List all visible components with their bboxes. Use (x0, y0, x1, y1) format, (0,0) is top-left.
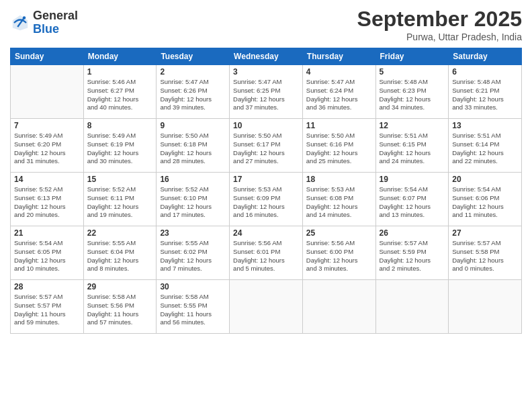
day-number-3-5: 26 (380, 228, 445, 238)
day-info-0-1: Sunrise: 5:46 AM Sunset: 6:27 PM Dayligh… (87, 78, 153, 112)
svg-point-1 (23, 16, 26, 19)
day-number-2-6: 20 (452, 175, 518, 184)
calendar-cell-2-4: 18Sunrise: 5:53 AM Sunset: 6:08 PM Dayli… (302, 173, 375, 226)
calendar-cell-3-4: 25Sunrise: 5:56 AM Sunset: 6:00 PM Dayli… (302, 226, 375, 280)
day-info-3-6: Sunrise: 5:57 AM Sunset: 5:58 PM Dayligh… (452, 239, 518, 273)
day-info-1-1: Sunrise: 5:49 AM Sunset: 6:19 PM Dayligh… (87, 132, 153, 166)
calendar-cell-4-5 (375, 280, 449, 334)
calendar-cell-3-1: 22Sunrise: 5:55 AM Sunset: 6:04 PM Dayli… (83, 226, 157, 280)
day-number-1-1: 8 (87, 121, 153, 130)
header-saturday: Saturday (449, 48, 522, 65)
month-title: September 2025 (357, 7, 522, 32)
day-number-0-1: 1 (87, 67, 153, 77)
week-row-1: 7Sunrise: 5:49 AM Sunset: 6:20 PM Daylig… (11, 119, 522, 173)
header: General Blue September 2025 Purwa, Uttar… (10, 7, 522, 42)
day-number-3-4: 25 (306, 228, 372, 238)
header-monday: Monday (83, 48, 157, 65)
calendar-cell-0-2: 2Sunrise: 5:47 AM Sunset: 6:26 PM Daylig… (157, 65, 230, 119)
day-number-2-2: 16 (160, 175, 226, 184)
calendar-cell-1-2: 9Sunrise: 5:50 AM Sunset: 6:18 PM Daylig… (157, 119, 230, 173)
day-info-1-5: Sunrise: 5:51 AM Sunset: 6:15 PM Dayligh… (380, 132, 445, 166)
day-info-2-6: Sunrise: 5:54 AM Sunset: 6:06 PM Dayligh… (452, 185, 518, 220)
calendar-cell-3-6: 27Sunrise: 5:57 AM Sunset: 5:58 PM Dayli… (449, 226, 522, 280)
day-info-0-6: Sunrise: 5:48 AM Sunset: 6:21 PM Dayligh… (452, 78, 518, 112)
header-wednesday: Wednesday (230, 48, 303, 65)
calendar-cell-3-5: 26Sunrise: 5:57 AM Sunset: 5:59 PM Dayli… (375, 226, 449, 280)
calendar-cell-2-6: 20Sunrise: 5:54 AM Sunset: 6:06 PM Dayli… (449, 173, 522, 226)
day-info-2-5: Sunrise: 5:54 AM Sunset: 6:07 PM Dayligh… (380, 185, 445, 220)
calendar-table: Sunday Monday Tuesday Wednesday Thursday… (10, 48, 522, 334)
day-info-3-5: Sunrise: 5:57 AM Sunset: 5:59 PM Dayligh… (380, 239, 445, 273)
week-row-2: 14Sunrise: 5:52 AM Sunset: 6:13 PM Dayli… (11, 173, 522, 226)
day-info-1-0: Sunrise: 5:49 AM Sunset: 6:20 PM Dayligh… (14, 132, 80, 166)
day-number-2-0: 14 (14, 175, 80, 184)
header-sunday: Sunday (11, 48, 84, 65)
page: General Blue September 2025 Purwa, Uttar… (0, 0, 532, 411)
day-number-2-1: 15 (87, 175, 153, 184)
calendar-cell-4-4 (302, 280, 375, 334)
day-info-2-2: Sunrise: 5:52 AM Sunset: 6:10 PM Dayligh… (160, 185, 226, 220)
day-info-4-2: Sunrise: 5:58 AM Sunset: 5:55 PM Dayligh… (160, 293, 226, 327)
day-number-2-4: 18 (306, 175, 372, 184)
calendar-cell-2-0: 14Sunrise: 5:52 AM Sunset: 6:13 PM Dayli… (11, 173, 84, 226)
day-number-1-5: 12 (380, 121, 445, 130)
day-info-2-4: Sunrise: 5:53 AM Sunset: 6:08 PM Dayligh… (306, 185, 372, 220)
day-number-4-1: 29 (87, 282, 153, 291)
day-number-4-0: 28 (14, 282, 80, 291)
header-thursday: Thursday (302, 48, 375, 65)
calendar-cell-4-6 (449, 280, 522, 334)
week-row-3: 21Sunrise: 5:54 AM Sunset: 6:05 PM Dayli… (11, 226, 522, 280)
day-number-0-5: 5 (380, 67, 445, 77)
day-info-3-1: Sunrise: 5:55 AM Sunset: 6:04 PM Dayligh… (87, 239, 153, 273)
calendar-cell-1-6: 13Sunrise: 5:51 AM Sunset: 6:14 PM Dayli… (449, 119, 522, 173)
calendar-cell-2-1: 15Sunrise: 5:52 AM Sunset: 6:11 PM Dayli… (83, 173, 157, 226)
day-info-3-4: Sunrise: 5:56 AM Sunset: 6:00 PM Dayligh… (306, 239, 372, 273)
day-number-0-6: 6 (452, 67, 518, 77)
calendar-cell-3-3: 24Sunrise: 5:56 AM Sunset: 6:01 PM Dayli… (230, 226, 303, 280)
day-info-0-4: Sunrise: 5:47 AM Sunset: 6:24 PM Dayligh… (306, 78, 372, 112)
header-friday: Friday (375, 48, 449, 65)
day-info-4-0: Sunrise: 5:57 AM Sunset: 5:57 PM Dayligh… (14, 293, 80, 327)
day-info-0-3: Sunrise: 5:47 AM Sunset: 6:25 PM Dayligh… (233, 78, 299, 112)
day-info-1-2: Sunrise: 5:50 AM Sunset: 6:18 PM Dayligh… (160, 132, 226, 166)
location-subtitle: Purwa, Uttar Pradesh, India (357, 32, 522, 42)
day-number-1-2: 9 (160, 121, 226, 130)
calendar-cell-1-4: 11Sunrise: 5:50 AM Sunset: 6:16 PM Dayli… (302, 119, 375, 173)
calendar-cell-2-2: 16Sunrise: 5:52 AM Sunset: 6:10 PM Dayli… (157, 173, 230, 226)
day-info-3-0: Sunrise: 5:54 AM Sunset: 6:05 PM Dayligh… (14, 239, 80, 273)
header-tuesday: Tuesday (157, 48, 230, 65)
calendar-cell-0-1: 1Sunrise: 5:46 AM Sunset: 6:27 PM Daylig… (83, 65, 157, 119)
logo: General Blue (10, 9, 78, 36)
calendar-cell-0-5: 5Sunrise: 5:48 AM Sunset: 6:23 PM Daylig… (375, 65, 449, 119)
calendar-cell-0-0 (11, 65, 84, 119)
day-info-2-3: Sunrise: 5:53 AM Sunset: 6:09 PM Dayligh… (233, 185, 299, 220)
calendar-cell-2-3: 17Sunrise: 5:53 AM Sunset: 6:09 PM Dayli… (230, 173, 303, 226)
logo-icon (10, 13, 30, 33)
day-number-3-1: 22 (87, 228, 153, 238)
calendar-cell-4-0: 28Sunrise: 5:57 AM Sunset: 5:57 PM Dayli… (11, 280, 84, 334)
calendar-cell-0-3: 3Sunrise: 5:47 AM Sunset: 6:25 PM Daylig… (230, 65, 303, 119)
calendar-cell-3-0: 21Sunrise: 5:54 AM Sunset: 6:05 PM Dayli… (11, 226, 84, 280)
day-info-3-2: Sunrise: 5:55 AM Sunset: 6:02 PM Dayligh… (160, 239, 226, 273)
calendar-cell-4-3 (230, 280, 303, 334)
calendar-cell-0-6: 6Sunrise: 5:48 AM Sunset: 6:21 PM Daylig… (449, 65, 522, 119)
day-info-2-1: Sunrise: 5:52 AM Sunset: 6:11 PM Dayligh… (87, 185, 153, 220)
day-number-1-0: 7 (14, 121, 80, 130)
day-info-3-3: Sunrise: 5:56 AM Sunset: 6:01 PM Dayligh… (233, 239, 299, 273)
day-number-1-3: 10 (233, 121, 299, 130)
day-number-0-2: 2 (160, 67, 226, 77)
day-info-1-4: Sunrise: 5:50 AM Sunset: 6:16 PM Dayligh… (306, 132, 372, 166)
day-number-1-4: 11 (306, 121, 372, 130)
day-number-0-3: 3 (233, 67, 299, 77)
day-number-3-0: 21 (14, 228, 80, 238)
calendar-cell-3-2: 23Sunrise: 5:55 AM Sunset: 6:02 PM Dayli… (157, 226, 230, 280)
logo-text: General Blue (33, 9, 78, 36)
calendar-cell-2-5: 19Sunrise: 5:54 AM Sunset: 6:07 PM Dayli… (375, 173, 449, 226)
week-row-0: 1Sunrise: 5:46 AM Sunset: 6:27 PM Daylig… (11, 65, 522, 119)
title-block: September 2025 Purwa, Uttar Pradesh, Ind… (357, 7, 522, 42)
week-row-4: 28Sunrise: 5:57 AM Sunset: 5:57 PM Dayli… (11, 280, 522, 334)
day-number-2-5: 19 (380, 175, 445, 184)
day-number-0-4: 4 (306, 67, 372, 77)
day-info-0-5: Sunrise: 5:48 AM Sunset: 6:23 PM Dayligh… (380, 78, 445, 112)
day-info-2-0: Sunrise: 5:52 AM Sunset: 6:13 PM Dayligh… (14, 185, 80, 220)
